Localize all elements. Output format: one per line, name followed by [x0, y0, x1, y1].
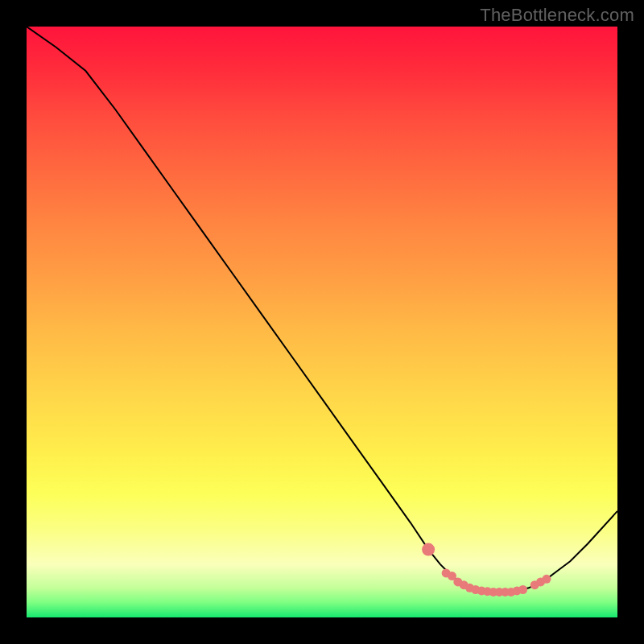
plot-area	[27, 27, 617, 617]
highlight-dot	[542, 575, 551, 584]
watermark-text: TheBottleneck.com	[480, 5, 634, 26]
highlight-dot	[422, 543, 435, 556]
highlight-dots	[422, 543, 551, 597]
chart-frame: TheBottleneck.com	[0, 0, 644, 644]
highlight-dot	[518, 585, 527, 594]
bottleneck-curve	[27, 27, 617, 592]
curve-svg	[27, 27, 617, 617]
